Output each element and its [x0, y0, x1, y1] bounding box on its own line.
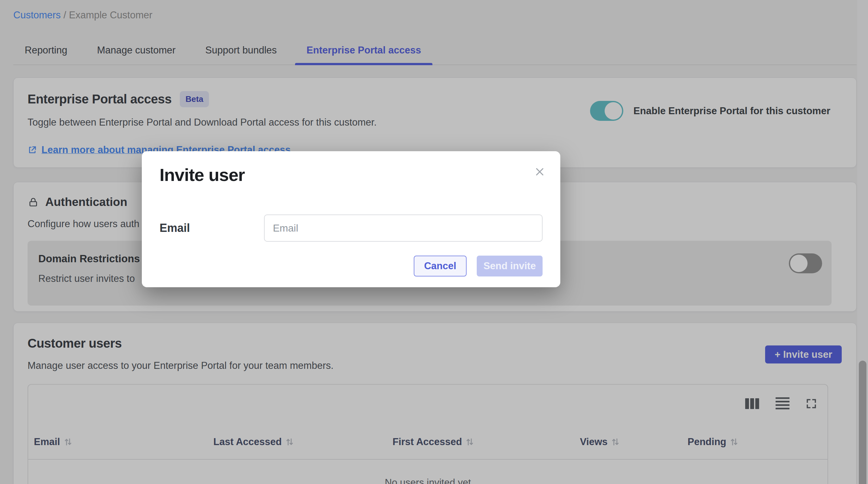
send-invite-button[interactable]: Send invite: [477, 256, 542, 277]
invite-user-modal: Invite user Email Cancel Send invite: [142, 151, 560, 287]
cancel-button[interactable]: Cancel: [414, 256, 467, 277]
email-field[interactable]: [264, 215, 542, 242]
close-icon[interactable]: [534, 166, 545, 177]
email-label: Email: [159, 221, 264, 235]
modal-title: Invite user: [159, 164, 542, 185]
